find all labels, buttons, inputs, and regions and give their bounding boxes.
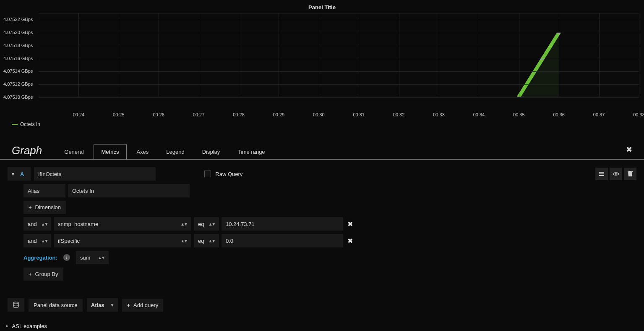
updown-icon: ▲▼ — [41, 239, 48, 243]
dimension-bool-select[interactable]: and▲▼ — [23, 234, 51, 247]
chart-legend: Octets In — [0, 119, 644, 131]
updown-icon: ▲▼ — [41, 222, 48, 226]
datasource-icon-button[interactable] — [8, 298, 24, 312]
query-letter: A — [17, 171, 27, 177]
tab-metrics[interactable]: Metrics — [94, 144, 127, 159]
updown-icon: ▲▼ — [180, 222, 187, 226]
panel-title: Panel Title — [0, 0, 644, 13]
alias-row: Alias — [23, 184, 636, 197]
query-header-row: ▼ A Raw Query — [8, 167, 636, 181]
trash-icon — [628, 171, 633, 177]
eye-icon — [613, 171, 619, 176]
metrics-editor: ▼ A Raw Query Alias + Dimension — [0, 160, 644, 312]
updown-icon: ▲▼ — [208, 222, 215, 226]
dimension-row-1: and▲▼ ifSpecific▲▼ eq▲▼ ✖ — [23, 234, 636, 247]
chart-plot — [39, 13, 639, 97]
add-dimension-row: + Dimension — [23, 201, 636, 214]
query-menu-button[interactable] — [595, 168, 608, 180]
raw-query-checkbox[interactable] — [204, 171, 211, 177]
updown-icon: ▲▼ — [208, 239, 215, 243]
panel-datasource-label: Panel data source — [29, 299, 83, 312]
remove-dimension-button[interactable]: ✖ — [346, 220, 355, 228]
add-query-button[interactable]: + Add query — [122, 299, 164, 312]
add-dimension-button[interactable]: + Dimension — [23, 201, 66, 214]
add-group-by-button[interactable]: + Group By — [23, 268, 63, 281]
dimension-value-input[interactable] — [222, 234, 343, 247]
legend-series-name: Octets In — [20, 121, 40, 127]
hamburger-icon — [599, 171, 605, 176]
chevron-down-icon: ▼ — [110, 303, 114, 307]
legend-swatch — [12, 124, 18, 125]
aggregation-row: Aggregation: i sum▲▼ — [23, 251, 636, 264]
query-collapse-toggle[interactable]: ▼ A — [8, 167, 31, 181]
delete-query-button[interactable] — [624, 168, 636, 180]
datasource-select[interactable]: Atlas ▼ — [87, 298, 118, 312]
dimension-op-select[interactable]: eq▲▼ — [194, 234, 219, 247]
query-footer: Panel data source Atlas ▼ + Add query — [8, 298, 636, 312]
dimension-key-select[interactable]: snmp_hostname▲▼ — [54, 217, 191, 231]
plus-icon: + — [127, 302, 130, 308]
alias-label: Alias — [23, 184, 65, 197]
updown-icon: ▲▼ — [180, 239, 187, 243]
aggregation-select[interactable]: sum▲▼ — [76, 251, 109, 264]
updown-icon: ▲▼ — [98, 255, 104, 260]
plus-icon: + — [29, 204, 32, 210]
info-icon[interactable]: i — [63, 254, 70, 261]
y-axis-labels: 4.07510 GBps4.07512 GBps4.07514 GBps4.07… — [3, 13, 39, 97]
tab-general[interactable]: General — [56, 144, 91, 159]
panel-type-label: Graph — [12, 145, 42, 159]
chart-area: 4.07510 GBps4.07512 GBps4.07514 GBps4.07… — [0, 13, 644, 110]
chevron-down-icon: ▼ — [11, 172, 15, 176]
aggregation-label: Aggregation: — [23, 255, 57, 261]
group-by-row: + Group By — [23, 268, 636, 281]
svg-point-1 — [615, 173, 617, 175]
tab-display[interactable]: Display — [194, 144, 228, 159]
tab-time-range[interactable]: Time range — [229, 144, 273, 159]
svg-point-2 — [13, 302, 18, 304]
close-editor-button[interactable]: ✖ — [622, 142, 636, 159]
panel-editor-tabs: Graph General Metrics Axes Legend Displa… — [0, 131, 644, 160]
dimension-row-0: and▲▼ snmp_hostname▲▼ eq▲▼ ✖ — [23, 217, 636, 231]
database-icon — [13, 302, 19, 308]
plus-icon: + — [29, 271, 32, 277]
raw-query-label: Raw Query — [215, 171, 242, 177]
panel-container: Panel Title 4.07510 GBps4.07512 GBps4.07… — [0, 0, 644, 131]
remove-dimension-button[interactable]: ✖ — [346, 237, 355, 245]
metric-name-input[interactable] — [34, 167, 156, 181]
group-by-label: Group By — [35, 271, 58, 277]
svg-marker-0 — [519, 33, 559, 97]
dimension-bool-select[interactable]: and▲▼ — [23, 217, 51, 231]
dimension-value-input[interactable] — [222, 217, 343, 231]
x-axis-labels: 00:2400:2500:2600:2700:2800:2900:3000:31… — [39, 110, 639, 119]
tab-legend[interactable]: Legend — [158, 144, 192, 159]
toggle-visibility-button[interactable] — [610, 168, 622, 180]
dimension-key-select[interactable]: ifSpecific▲▼ — [54, 234, 191, 247]
add-dimension-label: Dimension — [35, 204, 61, 210]
asl-examples-link[interactable]: ASL examples — [6, 323, 47, 329]
dimension-op-select[interactable]: eq▲▼ — [194, 217, 219, 231]
alias-input[interactable] — [68, 184, 190, 197]
raw-query-toggle[interactable]: Raw Query — [204, 171, 242, 177]
tab-axes[interactable]: Axes — [128, 144, 156, 159]
